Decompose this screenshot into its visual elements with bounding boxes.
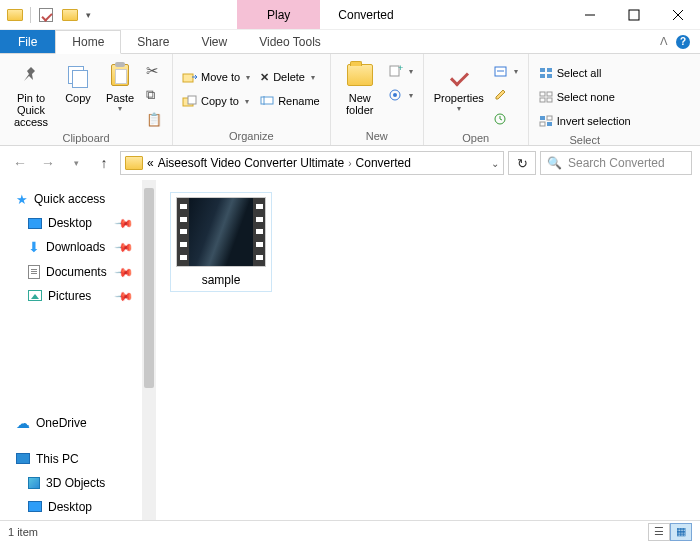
search-placeholder: Search Converted <box>568 156 665 170</box>
cut-button[interactable]: ✂ <box>142 60 166 82</box>
copy-path-icon: ⧉ <box>146 87 155 103</box>
sidebar-3d-objects[interactable]: 3D Objects <box>16 474 138 492</box>
folder-icon <box>347 64 373 86</box>
sidebar-documents[interactable]: Documents📌 <box>16 263 138 281</box>
details-view-button[interactable]: ☰ <box>648 523 670 541</box>
up-button[interactable]: ↑ <box>92 151 116 175</box>
breadcrumb-2[interactable]: Converted <box>356 156 411 170</box>
cloud-icon: ☁ <box>16 415 30 431</box>
pictures-icon <box>28 290 42 301</box>
address-bar[interactable]: « Aiseesoft Video Converter Ultimate › C… <box>120 151 504 175</box>
search-box[interactable]: 🔍 Search Converted <box>540 151 692 175</box>
properties-button[interactable]: Properties ▾ <box>430 58 488 113</box>
svg-rect-20 <box>547 92 552 96</box>
rename-button[interactable]: Rename <box>256 90 324 112</box>
video-tools-context-label: Play <box>237 0 320 29</box>
move-to-button[interactable]: Move to▾ <box>179 66 254 88</box>
paste-label: Paste <box>106 92 134 104</box>
paste-icon <box>111 64 129 86</box>
easy-access-icon <box>389 89 403 101</box>
new-item-button[interactable]: +▾ <box>385 60 417 82</box>
qat-new-folder-icon[interactable] <box>59 4 81 26</box>
sidebar-downloads[interactable]: ⬇Downloads📌 <box>16 238 138 256</box>
delete-button[interactable]: ✕ Delete▾ <box>256 66 324 88</box>
edit-button[interactable] <box>490 84 522 106</box>
copy-icon <box>68 64 88 86</box>
thumbnails-view-button[interactable]: ▦ <box>670 523 692 541</box>
invert-selection-icon <box>539 115 553 127</box>
sidebar-scrollbar[interactable] <box>142 180 156 520</box>
sidebar-desktop[interactable]: Desktop📌 <box>16 214 138 232</box>
tab-home[interactable]: Home <box>55 30 121 54</box>
navigation-bar: ← → ▾ ↑ « Aiseesoft Video Converter Ulti… <box>0 146 700 180</box>
svg-rect-23 <box>540 116 545 120</box>
invert-selection-button[interactable]: Invert selection <box>535 110 635 132</box>
tab-video-tools[interactable]: Video Tools <box>243 30 337 53</box>
select-all-button[interactable]: Select all <box>535 62 635 84</box>
maximize-button[interactable] <box>612 0 656 30</box>
tab-file[interactable]: File <box>0 30 55 53</box>
window-title: Converted <box>320 0 411 29</box>
paste-shortcut-button[interactable]: 📋 <box>142 108 166 130</box>
desktop-icon <box>28 501 42 512</box>
breadcrumb-separator[interactable]: › <box>348 158 351 169</box>
ribbon: Pin to Quick access Copy Paste ▾ ✂ ⧉ 📋 C… <box>0 54 700 146</box>
qat-folder-icon[interactable] <box>4 4 26 26</box>
recent-locations-button[interactable]: ▾ <box>64 151 88 175</box>
qat-separator <box>30 7 31 23</box>
select-none-icon <box>539 91 553 103</box>
sidebar-onedrive[interactable]: ☁OneDrive <box>16 414 138 432</box>
copy-to-icon <box>183 95 197 107</box>
breadcrumb-1[interactable]: Aiseesoft Video Converter Ultimate <box>158 156 345 170</box>
pin-icon: 📌 <box>114 261 135 282</box>
svg-rect-1 <box>629 10 639 20</box>
minimize-button[interactable] <box>568 0 612 30</box>
close-button[interactable] <box>656 0 700 30</box>
address-dropdown-icon[interactable]: ⌄ <box>491 158 499 169</box>
new-folder-button[interactable]: New folder <box>337 58 383 116</box>
select-none-button[interactable]: Select none <box>535 86 635 108</box>
history-button[interactable] <box>490 108 522 130</box>
pin-to-quick-access-button[interactable]: Pin to Quick access <box>6 58 56 128</box>
select-all-label: Select all <box>557 67 602 79</box>
tab-view[interactable]: View <box>185 30 243 53</box>
checkmark-icon <box>448 64 470 86</box>
copy-button[interactable]: Copy <box>58 58 98 104</box>
easy-access-button[interactable]: ▾ <box>385 84 417 106</box>
qat-customize-dropdown[interactable]: ▾ <box>83 7 93 23</box>
copy-to-label: Copy to <box>201 95 239 107</box>
breadcrumb-overflow[interactable]: « <box>147 156 154 170</box>
file-list[interactable]: sample <box>156 180 700 520</box>
copy-path-button[interactable]: ⧉ <box>142 84 166 106</box>
video-thumbnail <box>176 197 266 267</box>
quick-access-toolbar: ▾ <box>0 4 97 26</box>
open-button[interactable]: ▾ <box>490 60 522 82</box>
search-icon: 🔍 <box>547 156 562 170</box>
explorer-body: ★Quick access Desktop📌 ⬇Downloads📌 Docum… <box>0 180 700 520</box>
sidebar-quick-access[interactable]: ★Quick access <box>16 190 138 208</box>
back-button[interactable]: ← <box>8 151 32 175</box>
group-organize: Move to▾ Copy to▾ ✕ Delete▾ Rename Organ… <box>173 54 331 145</box>
tab-share[interactable]: Share <box>121 30 185 53</box>
copy-label: Copy <box>65 92 91 104</box>
navigation-pane: ★Quick access Desktop📌 ⬇Downloads📌 Docum… <box>0 180 156 520</box>
sidebar-desktop-pc[interactable]: Desktop <box>16 498 138 516</box>
sidebar-pictures[interactable]: Pictures📌 <box>16 287 138 305</box>
qat-properties-icon[interactable] <box>35 4 57 26</box>
paste-button[interactable]: Paste ▾ <box>100 58 140 113</box>
edit-icon <box>494 89 508 101</box>
help-icon[interactable]: ? <box>676 35 690 49</box>
scrollbar-thumb[interactable] <box>144 188 154 388</box>
file-item-sample[interactable]: sample <box>170 192 272 292</box>
move-to-icon <box>183 71 197 83</box>
sidebar-this-pc[interactable]: This PC <box>16 449 138 467</box>
svg-rect-22 <box>547 98 552 102</box>
pc-icon <box>16 453 30 464</box>
star-icon: ★ <box>16 192 28 207</box>
scissors-icon: ✂ <box>146 62 159 80</box>
forward-button[interactable]: → <box>36 151 60 175</box>
copy-to-button[interactable]: Copy to▾ <box>179 90 254 112</box>
ribbon-collapse-icon[interactable]: ᐱ <box>660 35 668 48</box>
refresh-button[interactable]: ↻ <box>508 151 536 175</box>
svg-rect-16 <box>547 68 552 72</box>
